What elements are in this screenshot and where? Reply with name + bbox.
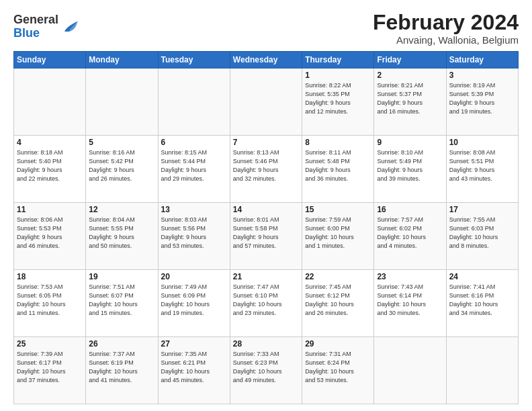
logo-text: General Blue: [13, 13, 58, 40]
calendar-cell: 9 Sunrise: 8:10 AM Sunset: 5:49 PM Dayli…: [374, 136, 446, 203]
title-block: February 2024 Anvaing, Wallonia, Belgium: [373, 11, 519, 46]
day-number: 8: [305, 138, 371, 147]
calendar-title: February 2024: [373, 11, 519, 34]
day-info: Sunrise: 8:10 AM Sunset: 5:49 PM Dayligh…: [377, 148, 443, 183]
calendar-week-4: 18 Sunrise: 7:53 AM Sunset: 6:05 PM Dayl…: [14, 270, 519, 337]
day-info: Sunrise: 7:33 AM Sunset: 6:23 PM Dayligh…: [233, 350, 299, 385]
calendar-week-2: 4 Sunrise: 8:18 AM Sunset: 5:40 PM Dayli…: [14, 136, 519, 203]
weekday-header-monday: Monday: [86, 52, 158, 68]
day-number: 12: [89, 205, 154, 214]
calendar-cell: 7 Sunrise: 8:13 AM Sunset: 5:46 PM Dayli…: [230, 136, 302, 203]
day-number: 22: [305, 272, 371, 281]
day-number: 9: [377, 138, 443, 147]
day-info: Sunrise: 8:19 AM Sunset: 5:39 PM Dayligh…: [449, 81, 515, 116]
day-info: Sunrise: 8:21 AM Sunset: 5:37 PM Dayligh…: [377, 81, 443, 116]
calendar-cell: 24 Sunrise: 7:41 AM Sunset: 6:16 PM Dayl…: [446, 270, 518, 337]
day-info: Sunrise: 8:03 AM Sunset: 5:56 PM Dayligh…: [161, 216, 227, 250]
calendar-subtitle: Anvaing, Wallonia, Belgium: [373, 34, 519, 46]
calendar-cell: 25 Sunrise: 7:39 AM Sunset: 6:17 PM Dayl…: [14, 337, 86, 404]
day-info: Sunrise: 7:55 AM Sunset: 6:03 PM Dayligh…: [449, 216, 515, 250]
day-number: 16: [377, 205, 443, 214]
calendar-cell: 19 Sunrise: 7:51 AM Sunset: 6:07 PM Dayl…: [86, 270, 158, 337]
calendar-cell: [230, 68, 302, 136]
calendar-cell: 14 Sunrise: 8:01 AM Sunset: 5:58 PM Dayl…: [230, 203, 302, 270]
page: General Blue February 2024 Anvaing, Wall…: [0, 0, 532, 411]
calendar-cell: 10 Sunrise: 8:08 AM Sunset: 5:51 PM Dayl…: [446, 136, 518, 203]
calendar-cell: 18 Sunrise: 7:53 AM Sunset: 6:05 PM Dayl…: [14, 270, 86, 337]
calendar-cell: 27 Sunrise: 7:35 AM Sunset: 6:21 PM Dayl…: [158, 337, 230, 404]
calendar-cell: 22 Sunrise: 7:45 AM Sunset: 6:12 PM Dayl…: [302, 270, 374, 337]
calendar-cell: [374, 337, 446, 404]
day-info: Sunrise: 7:37 AM Sunset: 6:19 PM Dayligh…: [89, 350, 154, 385]
day-info: Sunrise: 8:11 AM Sunset: 5:48 PM Dayligh…: [305, 148, 371, 183]
day-number: 11: [17, 205, 83, 214]
day-number: 21: [233, 272, 299, 281]
weekday-header-thursday: Thursday: [302, 52, 374, 68]
calendar-cell: 3 Sunrise: 8:19 AM Sunset: 5:39 PM Dayli…: [446, 68, 518, 136]
day-info: Sunrise: 7:43 AM Sunset: 6:14 PM Dayligh…: [377, 283, 443, 318]
calendar-cell: 29 Sunrise: 7:31 AM Sunset: 6:24 PM Dayl…: [302, 337, 374, 404]
day-info: Sunrise: 7:57 AM Sunset: 6:02 PM Dayligh…: [377, 216, 443, 250]
calendar-cell: 12 Sunrise: 8:04 AM Sunset: 5:55 PM Dayl…: [86, 203, 158, 270]
day-number: 20: [161, 272, 227, 281]
weekday-header-sunday: Sunday: [14, 52, 86, 68]
day-number: 24: [449, 272, 515, 281]
calendar-cell: [446, 337, 518, 404]
calendar-cell: 6 Sunrise: 8:15 AM Sunset: 5:44 PM Dayli…: [158, 136, 230, 203]
day-info: Sunrise: 7:41 AM Sunset: 6:16 PM Dayligh…: [449, 283, 515, 318]
day-number: 28: [233, 339, 299, 349]
calendar-header-row: SundayMondayTuesdayWednesdayThursdayFrid…: [14, 52, 519, 68]
calendar-table: SundayMondayTuesdayWednesdayThursdayFrid…: [13, 51, 519, 404]
day-number: 17: [449, 205, 515, 214]
day-number: 3: [449, 71, 515, 80]
day-number: 10: [449, 138, 515, 147]
calendar-cell: [14, 68, 86, 136]
calendar-cell: 21 Sunrise: 7:47 AM Sunset: 6:10 PM Dayl…: [230, 270, 302, 337]
calendar-cell: 13 Sunrise: 8:03 AM Sunset: 5:56 PM Dayl…: [158, 203, 230, 270]
day-info: Sunrise: 8:15 AM Sunset: 5:44 PM Dayligh…: [161, 148, 227, 183]
logo-general: General: [13, 13, 58, 27]
calendar-cell: 1 Sunrise: 8:22 AM Sunset: 5:35 PM Dayli…: [302, 68, 374, 136]
calendar-cell: 5 Sunrise: 8:16 AM Sunset: 5:42 PM Dayli…: [86, 136, 158, 203]
day-number: 14: [233, 205, 299, 214]
day-info: Sunrise: 8:16 AM Sunset: 5:42 PM Dayligh…: [89, 148, 154, 183]
day-number: 25: [17, 339, 83, 349]
calendar-cell: [86, 68, 158, 136]
calendar-cell: 11 Sunrise: 8:06 AM Sunset: 5:53 PM Dayl…: [14, 203, 86, 270]
day-info: Sunrise: 8:22 AM Sunset: 5:35 PM Dayligh…: [305, 81, 371, 116]
day-number: 7: [233, 138, 299, 147]
day-number: 26: [89, 339, 154, 349]
weekday-header-tuesday: Tuesday: [158, 52, 230, 68]
day-info: Sunrise: 7:31 AM Sunset: 6:24 PM Dayligh…: [305, 350, 371, 385]
day-number: 15: [305, 205, 371, 214]
day-info: Sunrise: 7:53 AM Sunset: 6:05 PM Dayligh…: [17, 283, 83, 318]
calendar-cell: 26 Sunrise: 7:37 AM Sunset: 6:19 PM Dayl…: [86, 337, 158, 404]
calendar-cell: 23 Sunrise: 7:43 AM Sunset: 6:14 PM Dayl…: [374, 270, 446, 337]
logo-bird-icon: [60, 17, 79, 36]
day-number: 19: [89, 272, 154, 281]
calendar-cell: 17 Sunrise: 7:55 AM Sunset: 6:03 PM Dayl…: [446, 203, 518, 270]
day-info: Sunrise: 7:47 AM Sunset: 6:10 PM Dayligh…: [233, 283, 299, 318]
day-number: 4: [17, 138, 83, 147]
day-number: 1: [305, 71, 371, 80]
day-number: 5: [89, 138, 154, 147]
calendar-cell: 16 Sunrise: 7:57 AM Sunset: 6:02 PM Dayl…: [374, 203, 446, 270]
calendar-cell: 4 Sunrise: 8:18 AM Sunset: 5:40 PM Dayli…: [14, 136, 86, 203]
weekday-header-friday: Friday: [374, 52, 446, 68]
day-number: 23: [377, 272, 443, 281]
day-info: Sunrise: 8:01 AM Sunset: 5:58 PM Dayligh…: [233, 216, 299, 250]
calendar-cell: 28 Sunrise: 7:33 AM Sunset: 6:23 PM Dayl…: [230, 337, 302, 404]
day-info: Sunrise: 8:18 AM Sunset: 5:40 PM Dayligh…: [17, 148, 83, 183]
day-number: 6: [161, 138, 227, 147]
day-number: 18: [17, 272, 83, 281]
calendar-week-5: 25 Sunrise: 7:39 AM Sunset: 6:17 PM Dayl…: [14, 337, 519, 404]
calendar-week-3: 11 Sunrise: 8:06 AM Sunset: 5:53 PM Dayl…: [14, 203, 519, 270]
day-info: Sunrise: 7:51 AM Sunset: 6:07 PM Dayligh…: [89, 283, 154, 318]
day-info: Sunrise: 7:45 AM Sunset: 6:12 PM Dayligh…: [305, 283, 371, 318]
day-info: Sunrise: 8:08 AM Sunset: 5:51 PM Dayligh…: [449, 148, 515, 183]
day-number: 2: [377, 71, 443, 80]
day-number: 29: [305, 339, 371, 349]
day-info: Sunrise: 8:06 AM Sunset: 5:53 PM Dayligh…: [17, 216, 83, 250]
day-info: Sunrise: 7:39 AM Sunset: 6:17 PM Dayligh…: [17, 350, 83, 385]
day-info: Sunrise: 7:49 AM Sunset: 6:09 PM Dayligh…: [161, 283, 227, 318]
